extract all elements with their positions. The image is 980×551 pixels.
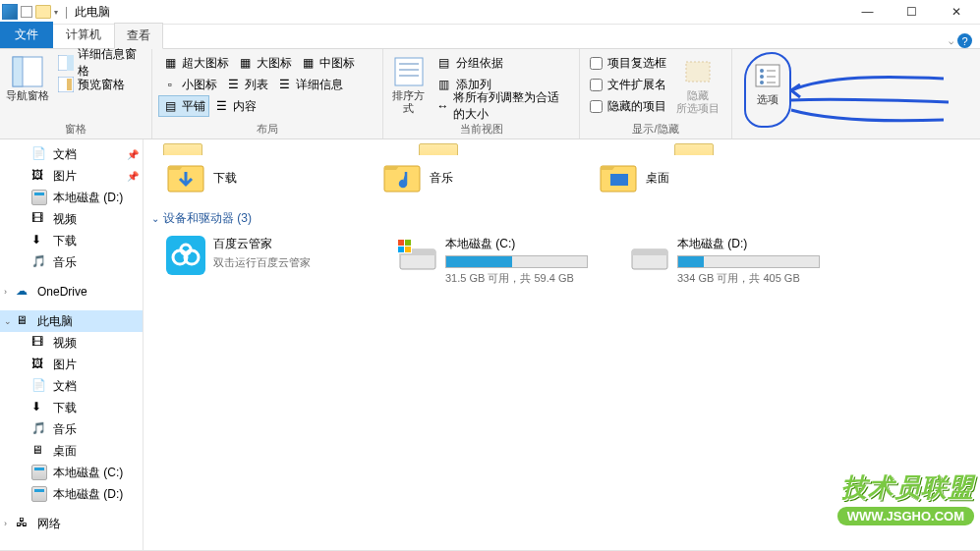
sidebar-item-network[interactable]: ›🖧网络	[0, 513, 143, 534]
device-drive-d[interactable]: 本地磁盘 (D:) 334 GB 可用，共 405 GB	[627, 233, 824, 289]
window-controls: — ☐ ✕	[845, 0, 978, 24]
sidebar-item-desktop[interactable]: 🖥桌面	[0, 440, 143, 462]
qat-checkbox[interactable]	[21, 6, 32, 18]
svg-rect-1	[13, 57, 23, 86]
device-baidu[interactable]: 百度云管家 双击运行百度云管家	[163, 233, 360, 289]
sidebar-item-pictures[interactable]: 🖼图片📌	[0, 165, 143, 187]
check-item-checkboxes[interactable]: 项目复选框	[586, 52, 670, 74]
group-label-current-view: 当前视图	[383, 122, 579, 137]
close-button[interactable]: ✕	[934, 0, 978, 24]
expand-icon[interactable]: ⌄	[4, 316, 12, 326]
size-columns-icon: ↔	[436, 98, 449, 114]
sidebar-item-onedrive[interactable]: ›☁OneDrive	[0, 281, 143, 303]
separator: |	[65, 5, 68, 19]
layout-details[interactable]: ☰详细信息	[272, 74, 347, 95]
sidebar-item-local-d[interactable]: 本地磁盘 (D:)	[0, 187, 143, 208]
check-file-ext[interactable]: 文件扩展名	[586, 74, 670, 95]
qat-folder-icon[interactable]	[35, 5, 51, 19]
svg-rect-30	[405, 240, 411, 246]
pc-icon: 🖥	[16, 313, 31, 329]
device-drive-c[interactable]: 本地磁盘 (C:) 31.5 GB 可用，共 59.4 GB	[395, 233, 592, 289]
layout-tiles[interactable]: ▤平铺	[158, 95, 209, 117]
ribbon: 导航窗格 详细信息窗格 预览窗格 窗格 ▦超大图标 ▦大图标 ▦中图标	[0, 49, 980, 139]
tab-computer[interactable]: 计算机	[53, 22, 114, 48]
window-title: 此电脑	[75, 4, 110, 21]
tiles-icon: ▤	[162, 98, 178, 114]
sort-by-button[interactable]: 排序方式	[389, 52, 429, 115]
check-hidden-items[interactable]: 隐藏的项目	[586, 95, 670, 117]
help-icon[interactable]: ?	[957, 33, 972, 48]
tab-file[interactable]: 文件	[0, 22, 53, 48]
sidebar-item-local-d-2[interactable]: 本地磁盘 (D:)	[0, 483, 143, 505]
nav-pane-button[interactable]: 导航窗格	[6, 52, 50, 102]
layout-small[interactable]: ▫小图标	[158, 74, 221, 95]
quick-access-toolbar: ▾ | 此电脑	[2, 4, 110, 21]
item-checkboxes-input[interactable]	[590, 57, 603, 70]
tab-view[interactable]: 查看	[114, 23, 163, 49]
sidebar-item-this-pc[interactable]: ⌄🖥此电脑	[0, 310, 143, 332]
svg-rect-21	[610, 174, 628, 186]
expand-icon[interactable]: ›	[4, 287, 7, 297]
sidebar-item-documents[interactable]: 📄文档📌	[0, 143, 143, 165]
svg-rect-3	[67, 55, 74, 71]
titlebar: ▾ | 此电脑 — ☐ ✕	[0, 0, 980, 25]
medium-icon: ▦	[300, 55, 316, 71]
svg-rect-5	[67, 79, 72, 90]
hidden-items-input[interactable]	[590, 100, 603, 113]
expand-icon[interactable]: ›	[4, 519, 7, 528]
documents-icon: 📄	[31, 146, 47, 162]
folders-row: 下载 音乐 桌面	[151, 157, 972, 198]
chevron-down-icon: ⌄	[151, 213, 159, 224]
minimize-button[interactable]: —	[845, 0, 890, 24]
svg-rect-34	[632, 249, 667, 255]
usage-bar-d	[677, 255, 820, 268]
content: 📄文档📌 🖼图片📌 本地磁盘 (D:) 🎞视频 ⬇下载 🎵音乐 ›☁OneDri…	[0, 139, 980, 550]
size-columns-button[interactable]: ↔将所有列调整为合适的大小	[432, 95, 573, 117]
list-icon: ☰	[225, 77, 241, 92]
sidebar-item-music-2[interactable]: 🎵音乐	[0, 418, 143, 440]
svg-rect-6	[395, 58, 423, 85]
layout-extra-large[interactable]: ▦超大图标	[158, 52, 233, 74]
extra-large-icon: ▦	[162, 55, 178, 71]
downloads-icon: ⬇	[31, 400, 47, 415]
svg-rect-10	[686, 62, 710, 82]
large-icon: ▦	[237, 55, 253, 71]
sidebar-item-local-c[interactable]: 本地磁盘 (C:)	[0, 462, 143, 483]
sidebar-item-downloads[interactable]: ⬇下载	[0, 230, 143, 251]
devices-header[interactable]: ⌄ 设备和驱动器 (3)	[151, 204, 972, 233]
hide-selected-button[interactable]: 隐藏 所选项目	[674, 52, 721, 115]
layout-content[interactable]: ☰内容	[209, 95, 260, 117]
main-view[interactable]: 下载 音乐 桌面 ⌄ 设备和驱动器 (3) 百度云管家 双击运行百度云管家	[144, 139, 980, 550]
sidebar[interactable]: 📄文档📌 🖼图片📌 本地磁盘 (D:) 🎞视频 ⬇下载 🎵音乐 ›☁OneDri…	[0, 139, 144, 550]
pin-icon: 📌	[127, 171, 139, 182]
sidebar-item-music[interactable]: 🎵音乐	[0, 251, 143, 273]
folder-downloads[interactable]: 下载	[163, 157, 340, 198]
layout-medium[interactable]: ▦中图标	[296, 52, 359, 74]
group-label-show-hide: 显示/隐藏	[580, 122, 731, 137]
sidebar-item-pictures-2[interactable]: 🖼图片	[0, 354, 143, 375]
sidebar-item-downloads-2[interactable]: ⬇下载	[0, 397, 143, 418]
maximize-button[interactable]: ☐	[890, 0, 934, 24]
details-pane-button[interactable]: 详细信息窗格	[54, 52, 145, 74]
sidebar-item-videos-2[interactable]: 🎞视频	[0, 332, 143, 354]
folder-desktop[interactable]: 桌面	[596, 157, 773, 198]
group-by-button[interactable]: ▤分组依据	[432, 52, 573, 74]
layout-large[interactable]: ▦大图标	[233, 52, 296, 74]
sidebar-item-documents-2[interactable]: 📄文档	[0, 375, 143, 397]
nav-pane-icon	[12, 56, 43, 87]
folder-icon	[674, 143, 714, 155]
minimize-ribbon-icon[interactable]: ⌵	[949, 36, 953, 46]
folder-music[interactable]: 音乐	[379, 157, 556, 198]
group-current-view: 排序方式 ▤分组依据 ▥添加列 ↔将所有列调整为合适的大小 当前视图	[383, 49, 580, 138]
options-icon	[752, 60, 783, 91]
videos-icon: 🎞	[31, 335, 47, 351]
sidebar-item-videos[interactable]: 🎞视频	[0, 208, 143, 230]
videos-icon: 🎞	[31, 211, 47, 227]
group-layout: ▦超大图标 ▦大图标 ▦中图标 ▫小图标 ☰列表 ☰详细信息 ▤平铺 ☰内容 布…	[152, 49, 383, 138]
preview-pane-button[interactable]: 预览窗格	[54, 74, 145, 95]
layout-list[interactable]: ☰列表	[221, 74, 272, 95]
ribbon-help[interactable]: ⌵ ?	[949, 33, 980, 48]
options-button[interactable]: 选项	[744, 52, 791, 128]
qat-customize-icon[interactable]: ▾	[54, 8, 58, 17]
file-ext-input[interactable]	[590, 79, 603, 91]
